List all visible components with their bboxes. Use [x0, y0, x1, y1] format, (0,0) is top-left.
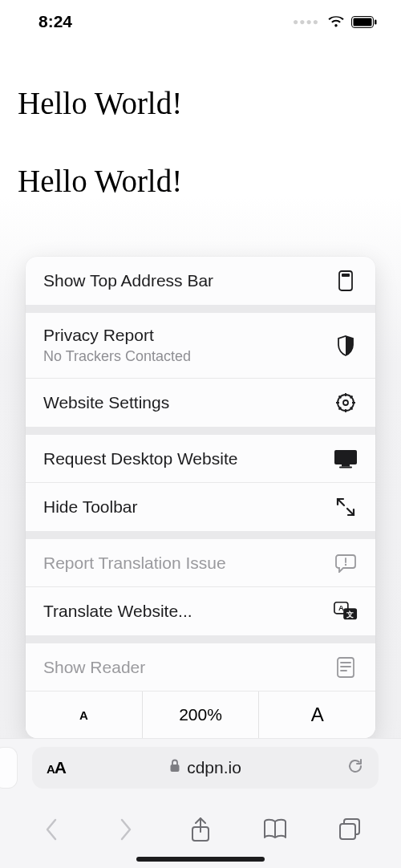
wifi-icon — [327, 15, 345, 28]
menu-label: Privacy Report — [43, 326, 191, 345]
back-button — [34, 812, 69, 847]
decrease-text-size-button[interactable]: A — [26, 692, 143, 738]
report-bubble-icon — [334, 554, 358, 573]
translate-website-item[interactable]: Translate Website... A文 — [26, 587, 375, 635]
page-text-line-1: Hello World! — [18, 85, 383, 121]
increase-text-size-button[interactable]: A — [259, 692, 375, 738]
text-size-control: A 200% A — [26, 692, 375, 738]
cellular-dots-icon: ●●●● — [293, 16, 319, 27]
hide-toolbar-item[interactable]: Hide Toolbar — [26, 483, 375, 531]
svg-rect-31 — [340, 824, 355, 839]
svg-rect-15 — [334, 450, 357, 464]
show-reader-item: Show Reader — [26, 643, 375, 692]
svg-point-6 — [343, 400, 348, 405]
svg-rect-1 — [354, 18, 372, 26]
desktop-icon — [334, 449, 358, 468]
address-bar-top-icon — [334, 270, 358, 291]
svg-rect-28 — [171, 765, 180, 772]
svg-rect-17 — [339, 466, 352, 468]
reader-icon — [334, 657, 358, 678]
url-text: cdpn.io — [187, 758, 241, 777]
previous-tab-peek[interactable] — [0, 747, 18, 789]
address-bar-url[interactable]: cdpn.io — [32, 758, 379, 777]
website-settings-item[interactable]: Website Settings — [26, 379, 375, 427]
home-indicator[interactable] — [136, 857, 265, 862]
lock-icon — [169, 758, 180, 777]
menu-label: Hide Toolbar — [43, 497, 138, 517]
svg-rect-24 — [338, 658, 354, 677]
show-top-address-bar-item[interactable]: Show Top Address Bar — [26, 257, 375, 305]
menu-label: Report Translation Issue — [43, 554, 226, 573]
expand-arrows-icon — [334, 497, 358, 517]
battery-icon — [351, 16, 377, 28]
forward-button — [108, 812, 144, 847]
translate-icon: A文 — [334, 601, 358, 622]
menu-sub-label: No Trackers Contacted — [43, 348, 191, 365]
svg-text:文: 文 — [346, 610, 354, 619]
page-format-button[interactable]: AA — [47, 758, 66, 777]
menu-label: Request Desktop Website — [43, 449, 237, 468]
request-desktop-website-item[interactable]: Request Desktop Website — [26, 435, 375, 483]
svg-rect-16 — [342, 464, 350, 467]
tabs-button[interactable] — [332, 812, 367, 847]
status-time: 8:24 — [38, 12, 72, 31]
page-text-line-2: Hello World! — [18, 163, 383, 199]
menu-label: Show Reader — [43, 658, 145, 677]
text-size-value[interactable]: 200% — [143, 692, 260, 738]
browser-chrome: AA cdpn.io — [0, 738, 401, 868]
page-settings-menu: Show Top Address Bar Privacy Report No T… — [26, 257, 375, 738]
privacy-report-item[interactable]: Privacy Report No Trackers Contacted — [26, 313, 375, 379]
bookmarks-button[interactable] — [257, 812, 293, 847]
page-content: Hello World! Hello World! — [0, 43, 401, 199]
address-bar[interactable]: AA cdpn.io — [32, 747, 379, 789]
status-bar: 8:24 ●●●● — [0, 0, 401, 43]
menu-label: Translate Website... — [43, 602, 192, 621]
svg-rect-4 — [342, 274, 350, 277]
gear-icon — [334, 392, 358, 413]
shield-icon — [334, 335, 358, 356]
share-button[interactable] — [183, 812, 218, 847]
reload-button[interactable] — [346, 757, 364, 779]
report-translation-issue-item: Report Translation Issue — [26, 539, 375, 587]
svg-rect-2 — [375, 19, 377, 24]
svg-point-19 — [345, 563, 346, 565]
svg-text:A: A — [338, 604, 344, 612]
menu-label: Show Top Address Bar — [43, 271, 213, 290]
bottom-toolbar — [0, 805, 401, 854]
status-indicators: ●●●● — [293, 15, 377, 28]
menu-label: Website Settings — [43, 393, 169, 412]
